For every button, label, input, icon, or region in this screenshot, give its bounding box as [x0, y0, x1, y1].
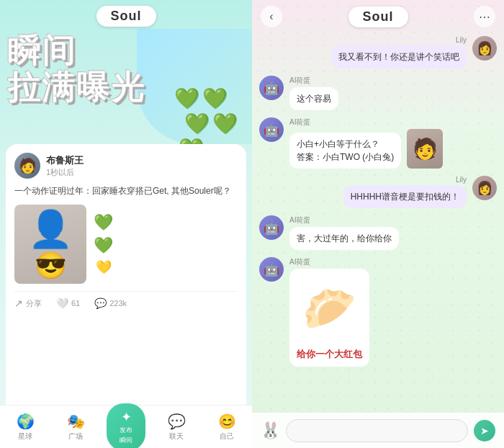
- share-icon: ↗: [14, 297, 23, 309]
- ai-bubble-3: 害，大过年的，给你给你: [289, 227, 399, 250]
- msg-lily-2: 👩 Lily HHHHH谱音梗是要扣钱的！: [259, 176, 497, 208]
- ai-avatar-4: 🤖: [259, 257, 284, 282]
- publish-nav-label: 发布: [120, 426, 132, 435]
- ai-avatar-3: 🤖: [259, 215, 284, 240]
- nav-item-self[interactable]: 😊 自己: [202, 413, 252, 442]
- author-info: 布鲁斯王 1秒以后: [46, 154, 84, 178]
- ai-sender-name-4: AI荷蛋: [289, 257, 369, 267]
- ai-bubble-wrap-2: AI荷蛋 小白+小白等于什么？答案：小白TWO (小白兔) 🧑: [289, 117, 443, 169]
- left-logo: Soul: [96, 6, 156, 27]
- ai-avatar-icon-1: 🤖: [264, 80, 279, 96]
- lily-sender-name-2: Lily: [343, 176, 467, 184]
- send-button[interactable]: ➤: [474, 420, 495, 442]
- lily-bubble-wrap-2: Lily HHHHH谱音梗是要扣钱的！: [343, 176, 467, 208]
- chat-nav-label: 联天: [169, 431, 184, 442]
- publish-nav-icon: ✦: [121, 409, 132, 425]
- comment-icon: 💬: [94, 297, 107, 309]
- avatar-icon: 🧑: [19, 157, 37, 174]
- right-header: ‹ Soul ⋯: [252, 0, 504, 30]
- ai-bubble-1: 这个容易: [289, 87, 338, 110]
- post-media-row: 👤 😎 💚 💚 💛: [14, 205, 238, 284]
- post-author-row: 🧑 布鲁斯王 1秒以后: [14, 153, 238, 179]
- heart-icon-1: 💚: [174, 86, 199, 110]
- post-image-thumb: 👤 😎: [14, 205, 86, 284]
- lily-bubble-1: 我又看不到！你还是讲个笑话吧: [331, 45, 467, 68]
- chat-input[interactable]: [286, 419, 468, 442]
- ai-bubble-wrap-3: AI荷蛋 害，大过年的，给你给你: [289, 215, 399, 250]
- ai-avatar-icon-3: 🤖: [264, 220, 279, 236]
- publish-nav-label2: 瞬间: [120, 436, 132, 445]
- ai-avatar-icon-2: 🤖: [264, 122, 279, 138]
- author-name: 布鲁斯王: [46, 154, 84, 167]
- stickers-area: 💚 💚 💛: [94, 213, 113, 275]
- like-action[interactable]: 🤍 61: [56, 297, 80, 309]
- ai-bubble-wrap-1: AI荷蛋 这个容易: [289, 76, 338, 110]
- hero-line1: 瞬间: [7, 32, 145, 69]
- post-content-text: 一个动作证明过年：回家睡衣穿搭已Get, 其他Souler呢？: [14, 184, 238, 197]
- ai-msg2-content: 小白+小白等于什么？答案：小白TWO (小白兔) 🧑: [289, 129, 443, 169]
- share-action[interactable]: ↗ 分享: [14, 297, 42, 309]
- back-icon: ‹: [269, 10, 273, 23]
- hero-text: 瞬间 拉满曝光: [7, 32, 145, 105]
- right-logo: Soul: [348, 6, 408, 27]
- baozi-sticker: 🥟: [297, 274, 362, 344]
- stars-nav-icon: 🌍: [17, 413, 35, 430]
- self-nav-icon: 😊: [218, 413, 236, 430]
- ai-bubble-2: 小白+小白等于什么？答案：小白TWO (小白兔): [289, 133, 401, 169]
- lily-sender-name-1: Lily: [331, 36, 467, 44]
- chat-messages: 👩 Lily 我又看不到！你还是讲个笑话吧 🤖 AI荷蛋 这个容易 🤖 AI荷: [252, 30, 504, 412]
- back-button[interactable]: ‹: [261, 6, 282, 27]
- ai-sender-name-3: AI荷蛋: [289, 215, 399, 225]
- lily-avatar-icon-2: 👩: [477, 180, 492, 196]
- ai-bubble-wrap-4: AI荷蛋 🥟 给你一个大红包: [289, 257, 369, 367]
- heart-action-icon: 🤍: [56, 297, 68, 309]
- lily-avatar-1: 👩: [472, 36, 497, 61]
- comment-count: 223k: [109, 299, 127, 308]
- heart-icon-2: 💚: [202, 86, 228, 110]
- post-time: 1秒以后: [46, 167, 84, 178]
- sticker-1: 💚: [94, 213, 113, 232]
- sticker-2: 💚: [94, 236, 113, 255]
- sticker-3: 💛: [96, 259, 112, 275]
- msg-lily-1: 👩 Lily 我又看不到！你还是讲个笑话吧: [259, 36, 497, 68]
- msg-ai-3: 🤖 AI荷蛋 害，大过年的，给你给你: [259, 215, 497, 250]
- bottom-nav: 🌍 星球 🎭 广场 ✦ 发布 瞬间 💬 联天 😊 自己: [0, 405, 252, 448]
- post-card: 🧑 布鲁斯王 1秒以后 一个动作证明过年：回家睡衣穿搭已Get, 其他Soule…: [6, 144, 246, 405]
- nav-item-stars[interactable]: 🌍 星球: [0, 413, 50, 442]
- ai-sender-name-1: AI荷蛋: [289, 76, 338, 86]
- lily-photo-icon: 🧑: [413, 137, 438, 161]
- author-avatar: 🧑: [14, 153, 40, 179]
- lily-photo-sticker: 🧑: [407, 129, 443, 169]
- post-actions: ↗ 分享 🤍 61 💬 223k: [14, 291, 238, 309]
- nav-item-plaza[interactable]: 🎭 广场: [50, 413, 101, 442]
- ai-sender-name-2: AI荷蛋: [289, 117, 443, 127]
- post-person-icon: 👤: [28, 208, 73, 250]
- lily-bubble-wrap-1: Lily 我又看不到！你还是讲个笑话吧: [331, 36, 467, 68]
- lily-avatar-2: 👩: [472, 176, 497, 200]
- left-header: Soul: [0, 0, 252, 30]
- sticker-caption: 给你一个大红包: [297, 347, 362, 362]
- share-label: 分享: [26, 298, 42, 309]
- heart-icon-4: 💚: [212, 112, 238, 135]
- right-panel: ‹ Soul ⋯ 👩 Lily 我又看不到！你还是讲个笑话吧 🤖 AI荷蛋 这个…: [252, 0, 504, 448]
- left-panel: Soul 瞬间 拉满曝光 💚 💚 💚 💚 💚 🧑 布鲁斯王 1秒以后: [0, 0, 252, 448]
- more-icon: ⋯: [479, 10, 490, 24]
- heart-icon-3: 💚: [184, 112, 210, 135]
- chat-nav-icon: 💬: [168, 413, 186, 430]
- chat-input-bar: 🐰 ➤: [252, 412, 504, 448]
- post-sunglasses-icon: 😎: [35, 251, 67, 281]
- ai-avatar-1: 🤖: [259, 76, 284, 100]
- rabbit-icon: 🐰: [261, 421, 280, 440]
- ai-avatar-icon-4: 🤖: [264, 261, 279, 277]
- like-count: 61: [71, 299, 80, 308]
- plaza-nav-label: 广场: [68, 431, 83, 442]
- more-button[interactable]: ⋯: [474, 6, 495, 27]
- comment-action[interactable]: 💬 223k: [94, 297, 127, 309]
- self-nav-label: 自己: [220, 431, 234, 442]
- nav-item-chat[interactable]: 💬 联天: [151, 413, 202, 442]
- ai-sticker-bubble: 🥟 给你一个大红包: [289, 269, 369, 367]
- msg-ai-2-row: 🤖 AI荷蛋 小白+小白等于什么？答案：小白TWO (小白兔) 🧑: [259, 117, 497, 169]
- ai-avatar-2: 🤖: [259, 117, 284, 142]
- lily-bubble-2: HHHHH谱音梗是要扣钱的！: [343, 185, 467, 208]
- nav-item-publish[interactable]: ✦ 发布 瞬间: [101, 403, 151, 449]
